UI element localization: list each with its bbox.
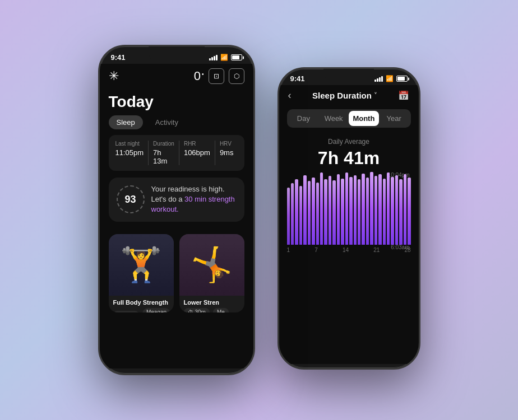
readiness-text: Your readiness is high. Let's do a 30 mi… <box>151 184 237 215</box>
workout-image-1: 🤸 <box>179 234 244 296</box>
readiness-card: 93 Your readiness is high. Let's do a 30… <box>109 178 244 222</box>
tab-day[interactable]: Day <box>289 111 319 126</box>
chart-bar <box>308 181 311 245</box>
workout-image-0: 🏋️ <box>109 234 174 296</box>
phones-container: 9:41 📶 ✳ 0• <box>98 45 420 375</box>
workout-figure-1: 🤸 <box>191 245 233 284</box>
divider-3 <box>215 141 215 165</box>
nav-title: Sleep Duration ˅ <box>312 91 377 100</box>
battery-icon-2 <box>396 76 408 82</box>
p2-nav: ‹ Sleep Duration ˅ 📅 <box>279 85 419 105</box>
divider-2 <box>179 141 179 165</box>
chart-bar <box>395 175 398 245</box>
x-label-1: 7 <box>314 247 318 253</box>
chart-bar <box>362 174 364 245</box>
phone-2: 9:41 📶 ‹ Sleep Duration <box>278 67 420 370</box>
app-logo: ✳ <box>109 69 119 83</box>
x-label-0: 1 <box>287 247 290 253</box>
workout-meta-1: ⏱ 30m Me <box>184 308 240 312</box>
workout-cards: 🏋️ Full Body Strength ⏱ 30m Meagan Kong <box>100 234 253 312</box>
chart-bar <box>366 178 369 245</box>
profile-icon-btn[interactable]: ⬡ <box>229 68 244 84</box>
sleep-chart: 10:04pm 6:03am 1 7 14 21 28 <box>279 172 419 262</box>
today-section: Today Sleep Activity Last night 11:05pm … <box>100 90 253 234</box>
chart-bars <box>287 172 411 245</box>
chart-bar <box>345 172 348 245</box>
stat-value-2: 106bpm <box>184 148 210 157</box>
clock-icon-0: ⏱ <box>117 312 123 312</box>
duration-pill-1: ⏱ 30m <box>184 308 210 312</box>
chart-bar <box>299 186 302 245</box>
tab-sleep[interactable]: Sleep <box>109 115 143 129</box>
chart-bar <box>387 172 390 245</box>
p1-header: ✳ 0• ⊡ ⬡ <box>100 64 253 90</box>
duration-pill-0: ⏱ 30m <box>113 311 139 312</box>
chart-bar <box>287 188 290 245</box>
workout-card-0[interactable]: 🏋️ Full Body Strength ⏱ 30m Meagan Kong <box>109 234 174 312</box>
chart-bar <box>391 177 394 245</box>
stat-label-1: Duration <box>153 141 174 147</box>
workout-footer-0: Full Body Strength ⏱ 30m Meagan Kong <box>109 296 174 312</box>
score-dot: • <box>202 71 204 77</box>
tab-week[interactable]: Week <box>318 111 349 126</box>
stat-rhr: RHR 106bpm <box>184 141 210 165</box>
chart-y-bottom: 6:03am <box>391 244 409 250</box>
clock-icon-1: ⏱ <box>188 309 193 312</box>
chart-bar <box>358 179 360 245</box>
daily-average: Daily Average 7h 41m <box>279 132 419 172</box>
back-button[interactable]: ‹ <box>288 90 292 101</box>
dropdown-arrow[interactable]: ˅ <box>374 92 377 99</box>
chart-bar <box>303 175 306 245</box>
phone-1-content: ✳ 0• ⊡ ⬡ Today Sleep Activity <box>100 64 253 368</box>
status-icons-1: 📶 <box>209 54 242 61</box>
phone-1: 9:41 📶 ✳ 0• <box>98 45 255 375</box>
stat-hrv: HRV 9ms <box>220 141 238 165</box>
chart-bar <box>341 179 344 245</box>
chart-bar <box>329 176 331 245</box>
chart-bar <box>312 178 314 245</box>
chart-bar <box>324 179 327 245</box>
stats-row: Last night 11:05pm Duration 7h 13m RHR 1… <box>109 135 244 171</box>
time-1: 9:41 <box>111 53 126 62</box>
stat-duration: Duration 7h 13m <box>153 141 174 165</box>
workout-card-1[interactable]: 🤸 Lower Stren ⏱ 30m Me <box>179 234 244 312</box>
workout-title-1: Lower Stren <box>184 299 240 306</box>
tab-activity[interactable]: Activity <box>147 115 186 129</box>
sleep-icon-btn[interactable]: ⊡ <box>209 68 224 84</box>
chart-bar <box>374 176 377 245</box>
notch-2 <box>323 69 374 81</box>
x-label-3: 21 <box>373 247 380 253</box>
workout-title-0: Full Body Strength <box>113 299 169 306</box>
chart-bar <box>349 177 352 245</box>
period-tabs: Day Week Month Year <box>287 109 411 128</box>
chart-bar <box>316 183 319 245</box>
chart-bar <box>320 172 323 245</box>
stat-label-2: RHR <box>184 141 210 147</box>
today-title: Today <box>109 93 244 111</box>
stat-last-night: Last night 11:05pm <box>115 141 144 165</box>
today-tabs: Sleep Activity <box>109 115 244 129</box>
notch-1 <box>149 46 205 62</box>
tab-year[interactable]: Year <box>379 111 409 126</box>
phone-2-content: ‹ Sleep Duration ˅ 📅 Day Week Month Year… <box>279 85 419 364</box>
calendar-button[interactable]: 📅 <box>398 90 409 101</box>
header-right: 0• ⊡ ⬡ <box>194 68 244 84</box>
readiness-score-header: 0• <box>194 69 204 83</box>
battery-icon <box>231 54 242 60</box>
time-2: 9:41 <box>290 74 305 83</box>
chart-bar <box>399 179 402 245</box>
wifi-icon-2: 📶 <box>386 75 394 82</box>
x-label-2: 14 <box>343 247 349 253</box>
tab-month[interactable]: Month <box>349 111 379 126</box>
workout-figure-0: 🏋️ <box>120 245 162 284</box>
trainer-pill-1: Me <box>213 308 229 312</box>
status-icons-2: 📶 <box>374 75 408 82</box>
chart-bar <box>404 174 406 245</box>
stat-label-3: HRV <box>220 141 238 147</box>
readiness-circle: 93 <box>117 185 145 213</box>
stat-value-1: 7h 13m <box>153 148 174 165</box>
signal-icon <box>209 55 218 60</box>
chart-bar <box>378 174 381 245</box>
stat-value-3: 9ms <box>220 148 238 157</box>
stat-label-0: Last night <box>115 141 144 147</box>
